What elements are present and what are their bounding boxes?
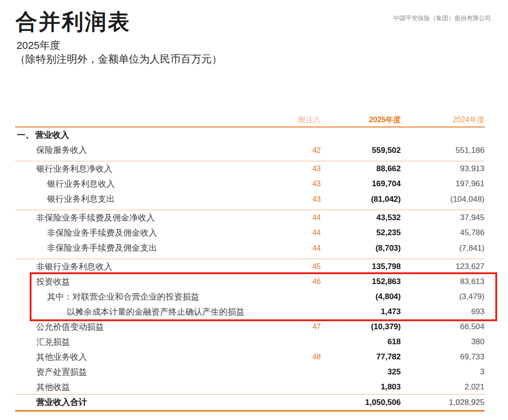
value-2024: (104,048) — [401, 191, 484, 210]
note-ref — [283, 365, 321, 380]
section-label: 营业收入 — [35, 127, 484, 143]
value-2024: 2,021 — [401, 380, 484, 394]
note-ref: 42 — [283, 143, 321, 161]
note-ref — [283, 289, 321, 304]
note-ref — [283, 334, 321, 349]
report-period: 2025年度 — [16, 39, 60, 53]
value-2024: 693 — [401, 304, 484, 319]
row-label: 资产处置损益 — [15, 365, 283, 380]
note-ref: 44 — [283, 210, 321, 225]
value-2025: 1,473 — [321, 304, 401, 319]
note-ref: 46 — [283, 274, 321, 289]
value-2025: 77,782 — [321, 349, 401, 365]
value-2025: 135,798 — [321, 259, 401, 274]
value-2025: 169,704 — [321, 176, 401, 191]
value-2024: 45,786 — [401, 225, 484, 240]
row-label: 营业收入合计 — [15, 395, 283, 410]
table-row: 其他收益 1,803 2,021 — [15, 380, 484, 395]
value-2025: (8,703) — [321, 240, 401, 259]
note-ref — [283, 395, 321, 410]
row-label: 非银行业务利息收入 — [15, 259, 283, 274]
row-label: 汇兑损益 — [15, 334, 283, 349]
value-2025: 618 — [321, 334, 401, 349]
table-row: 其他业务收入 48 77,782 69,733 — [15, 349, 484, 365]
table-row: 非保险业务手续费及佣金净收入 44 43,532 37,945 — [15, 210, 484, 225]
row-label: 非保险业务手续费及佣金收入 — [15, 225, 283, 240]
note-ref: 44 — [283, 240, 321, 259]
note-ref — [283, 304, 321, 319]
value-2024: 66,504 — [401, 319, 484, 334]
table-row: 以摊余成本计量的金融资产终止确认产生的损益 1,473 693 — [15, 304, 484, 319]
value-2025: (81,042) — [321, 191, 401, 210]
value-2025: 559,502 — [321, 143, 401, 161]
note-ref: 43 — [283, 176, 321, 191]
table-row: 银行业务利息支出 43 (81,042) (104,048) — [15, 191, 484, 210]
table-row: 非银行业务利息收入 45 135,798 123,627 — [15, 259, 484, 274]
value-2024: (3,479) — [401, 289, 484, 304]
value-2025: 152,863 — [321, 274, 401, 289]
table-row: 银行业务利息收入 43 169,704 197,961 — [15, 176, 484, 191]
row-label: 其他收益 — [15, 380, 283, 394]
report-page: 合并利润表 2025年度 （除特别注明外，金额单位为人民币百万元） 中国平安保险… — [0, 0, 508, 420]
row-label: 银行业务利息净收入 — [15, 161, 283, 176]
note-ref: 47 — [283, 319, 321, 334]
section-row-operating-income: 一、 营业收入 — [15, 127, 484, 143]
note-ref — [283, 380, 321, 394]
table-header: 附注八 2025年度 2024年度 — [15, 114, 484, 127]
section-marker: 一、 — [15, 127, 35, 143]
row-label: 其他业务收入 — [15, 349, 283, 365]
value-2025: 88,662 — [321, 161, 401, 176]
page-title: 合并利润表 — [16, 8, 131, 37]
value-2024: 380 — [401, 334, 484, 349]
note-ref: 44 — [283, 225, 321, 240]
note-ref: 43 — [283, 161, 321, 176]
note-ref: 48 — [283, 349, 321, 365]
value-2025: 325 — [321, 365, 401, 380]
value-2024: 3 — [401, 365, 484, 380]
value-2024: 69,733 — [401, 349, 484, 365]
value-2024: 93,913 — [401, 161, 484, 176]
row-label: 非保险业务手续费及佣金净收入 — [15, 210, 283, 225]
table-row-investment-income: 投资收益 46 152,863 83,613 — [15, 274, 484, 289]
table-row: 非保险业务手续费及佣金支出 44 (8,703) (7,841) — [15, 240, 484, 259]
col-note-header: 附注八 — [283, 114, 321, 127]
col-2024-header: 2024年度 — [401, 114, 484, 127]
value-2025: 52,235 — [321, 225, 401, 240]
value-2024: 37,945 — [401, 210, 484, 225]
value-2024: 1,028,925 — [401, 395, 484, 410]
value-2024: 123,627 — [401, 259, 484, 274]
table-row: 汇兑损益 618 380 — [15, 334, 484, 349]
value-2025: 1,050,506 — [321, 395, 401, 410]
row-label: 公允价值变动损益 — [15, 319, 283, 334]
header-spacer — [15, 114, 283, 127]
value-2025: (4,804) — [321, 289, 401, 304]
row-label: 其中：对联营企业和合营企业的投资损益 — [15, 289, 283, 304]
table-row: 银行业务利息净收入 43 88,662 93,913 — [15, 161, 484, 176]
row-label: 银行业务利息支出 — [15, 191, 283, 210]
table-row: 保险服务收入 42 559,502 551,186 — [15, 143, 484, 161]
unit-note: （除特别注明外，金额单位为人民币百万元） — [15, 52, 222, 66]
row-label: 投资收益 — [15, 274, 283, 289]
value-2024: 197,961 — [401, 176, 484, 191]
value-2025: 43,532 — [321, 210, 401, 225]
value-2024: 83,613 — [401, 274, 484, 289]
value-2025: (10,379) — [321, 319, 401, 334]
table-row: 资产处置损益 325 3 — [15, 365, 484, 380]
note-ref: 43 — [283, 191, 321, 210]
row-label: 银行业务利息收入 — [15, 176, 283, 191]
table-row: 其中：对联营企业和合营企业的投资损益 (4,804) (3,479) — [15, 289, 484, 304]
value-2024: (7,841) — [401, 240, 484, 259]
row-label: 非保险业务手续费及佣金支出 — [15, 240, 283, 259]
value-2024: 551,186 — [401, 143, 484, 161]
income-statement-table: 附注八 2025年度 2024年度 一、 营业收入 保险服务收入 42 559,… — [15, 114, 484, 412]
col-2025-header: 2025年度 — [321, 114, 401, 127]
value-2025: 1,803 — [321, 380, 401, 394]
row-label: 保险服务收入 — [15, 143, 283, 161]
table-row: 公允价值变动损益 47 (10,379) 66,504 — [15, 319, 484, 334]
row-label: 以摊余成本计量的金融资产终止确认产生的损益 — [15, 304, 283, 319]
table-row: 非保险业务手续费及佣金收入 44 52,235 45,786 — [15, 225, 484, 240]
note-ref: 45 — [283, 259, 321, 274]
total-row: 营业收入合计 1,050,506 1,028,925 — [15, 395, 484, 412]
company-name: 中国平安保险（集团）股份有限公司 — [393, 14, 491, 23]
